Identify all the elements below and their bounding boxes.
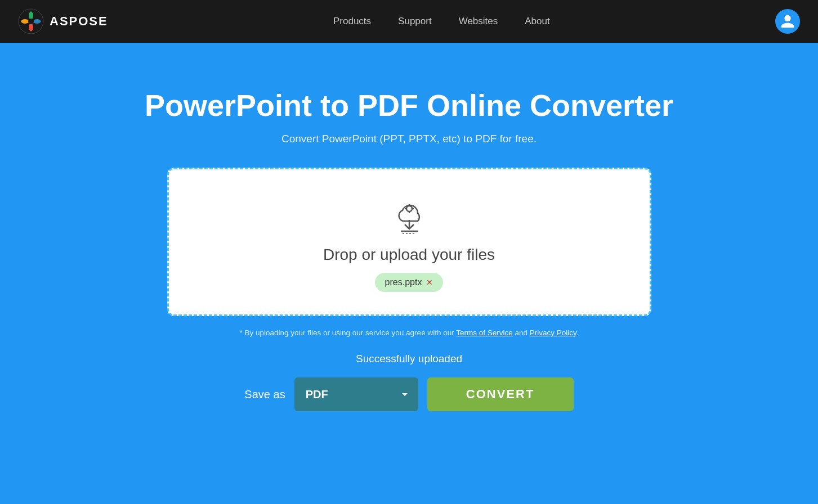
nav-about[interactable]: About xyxy=(525,16,549,27)
tos-link[interactable]: Terms of Service xyxy=(456,328,513,337)
upload-icon xyxy=(387,192,432,237)
save-as-label: Save as xyxy=(244,388,285,401)
main-nav: Products Support Websites About xyxy=(333,16,550,27)
success-message: Successfully uploaded xyxy=(356,353,462,365)
logo-text: ASPOSE xyxy=(50,14,108,29)
remove-file-button[interactable]: ✕ xyxy=(426,278,433,287)
nav-websites[interactable]: Websites xyxy=(459,16,498,27)
tos-and: and xyxy=(513,328,530,337)
logo[interactable]: ASPOSE xyxy=(18,8,108,34)
header: ASPOSE Products Support Websites About xyxy=(0,0,818,43)
svg-point-1 xyxy=(28,19,34,24)
nav-support[interactable]: Support xyxy=(398,16,432,27)
main-content: PowerPoint to PDF Online Converter Conve… xyxy=(0,43,818,411)
file-drop-zone[interactable]: Drop or upload your files pres.pptx ✕ xyxy=(167,168,651,316)
format-select[interactable]: PDF DOCX JPEG PNG HTML xyxy=(294,377,418,411)
tos-notice: * By uploading your files or using our s… xyxy=(239,328,578,337)
user-avatar-button[interactable] xyxy=(775,9,800,34)
page-subtitle: Convert PowerPoint (PPT, PPTX, etc) to P… xyxy=(281,133,537,145)
user-icon xyxy=(780,14,795,29)
file-name: pres.pptx xyxy=(385,277,422,287)
drop-text: Drop or upload your files xyxy=(323,246,495,264)
uploaded-file-tag: pres.pptx ✕ xyxy=(375,273,444,292)
tos-prefix: * By uploading your files or using our s… xyxy=(239,328,456,337)
convert-button[interactable]: CONVERT xyxy=(427,377,574,411)
aspose-logo-icon xyxy=(18,8,44,34)
privacy-link[interactable]: Privacy Policy xyxy=(530,328,576,337)
page-title: PowerPoint to PDF Online Converter xyxy=(145,88,673,123)
tos-suffix: . xyxy=(576,328,579,337)
nav-products[interactable]: Products xyxy=(333,16,371,27)
svg-point-2 xyxy=(406,206,412,212)
save-as-row: Save as PDF DOCX JPEG PNG HTML CONVERT xyxy=(244,377,573,411)
